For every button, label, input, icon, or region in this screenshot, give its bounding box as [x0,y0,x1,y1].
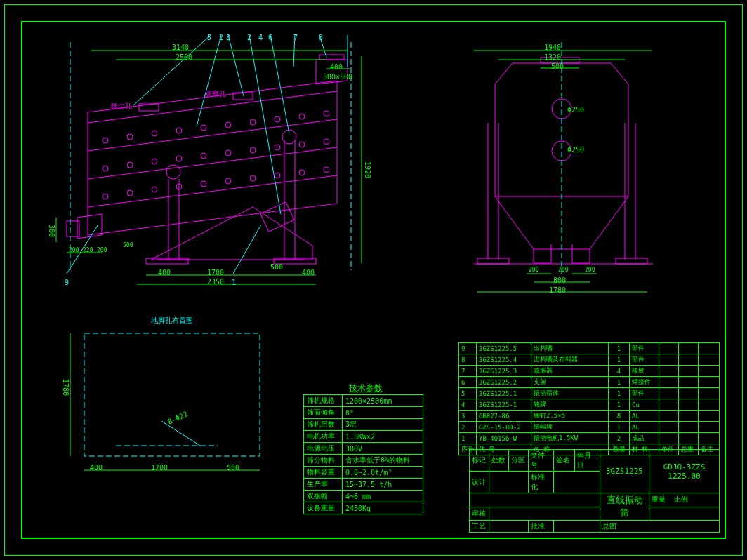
svg-point-16 [250,147,256,153]
svg-point-20 [103,194,108,199]
svg-point-21 [127,190,133,196]
svg-line-74 [161,421,200,446]
svg-point-6 [250,119,256,125]
svg-point-2 [152,131,157,136]
annot-viewport: 观察孔 [205,89,226,99]
annot-dustport: 除尘孔 [111,102,132,112]
svg-point-1 [127,134,133,140]
params-table: 筛机规格1200×2500mm筛面倾角8°筛机层数3层电机功率1.5KW×2电源… [303,394,423,514]
dim-p1700: 1700 [151,464,168,472]
dim-220: 220 [83,247,93,253]
svg-point-26 [250,175,256,181]
svg-point-4 [201,125,206,131]
leader-7: 7 [293,34,298,41]
leader-9: 9 [65,279,69,286]
svg-point-9 [324,111,329,116]
svg-point-0 [103,138,108,143]
dim-400b: 400 [302,269,315,276]
svg-point-22 [152,187,157,192]
svg-point-19 [324,139,329,145]
svg-point-25 [225,178,231,184]
dim-p1780: 1780 [62,379,70,396]
dim-1320: 1320 [544,53,561,61]
dim-400a: 400 [158,269,171,276]
dim-1940: 1940 [544,44,561,51]
dim-phi250b: Φ250 [567,146,584,154]
dim-2350: 2350 [207,278,224,286]
dim-1700: 1700 [207,269,224,276]
svg-point-14 [201,153,206,159]
dim-300: 300 [48,225,55,237]
dim-500a: 500 [123,242,133,248]
dim-r200a: 200 [529,267,538,273]
svg-line-40 [197,35,221,126]
plan-title: 地脚孔布置图 [151,316,193,326]
svg-rect-36 [260,202,294,232]
svg-line-41 [228,35,244,96]
dim-300x500: 300×500 [323,73,352,81]
svg-rect-37 [139,104,159,111]
dim-1780: 1780 [549,286,566,294]
dim-1920: 1920 [364,161,371,178]
dim-2500: 2500 [176,53,192,61]
svg-point-18 [299,142,305,147]
svg-point-15 [225,150,231,156]
dim-r200c: 200 [585,267,595,273]
dim-400: 400 [330,63,343,71]
svg-point-8 [299,114,305,119]
svg-point-17 [275,145,280,150]
svg-point-10 [103,166,108,171]
params-title: 技术参数 [349,382,383,394]
title-block: 标记处数 分区文件号 签名年月日 3GZS1225 GDJQ-3ZZS 1225… [469,449,720,533]
svg-point-28 [299,170,305,175]
dim-phi250a: Φ250 [567,106,584,114]
svg-point-11 [127,162,133,168]
svg-point-7 [275,116,280,122]
dim-p400: 400 [90,464,103,472]
svg-point-27 [275,173,280,178]
dim-200a: 200 [69,247,79,253]
svg-point-24 [201,181,206,187]
svg-point-32 [166,165,180,179]
svg-point-5 [225,122,231,128]
dim-r200b: 200 [558,267,568,273]
leader-2b: 2 [247,34,251,41]
dim-500b: 500 [270,263,283,271]
svg-point-12 [152,159,157,164]
parts-list: 93GZS1225.5出料嘴1部件83GZS1225.4进料嘴及布料器1部件73… [458,342,720,455]
svg-rect-30 [319,55,344,60]
leader-1: 1 [232,279,236,286]
leader-5: 5 [207,34,211,41]
leader-8: 8 [319,34,323,41]
svg-point-13 [176,156,182,161]
dim-3140: 3140 [172,44,189,51]
svg-point-29 [324,167,329,173]
leader-3: 3 [226,34,230,41]
dim-500: 500 [551,62,564,70]
svg-rect-64 [616,258,647,264]
dim-800: 800 [553,276,566,284]
svg-line-48 [233,225,261,274]
leader-4: 4 [258,34,263,41]
leader-6: 6 [268,34,272,41]
svg-rect-63 [477,258,509,264]
dim-200b: 200 [97,247,107,253]
dim-p500: 500 [227,464,239,472]
svg-point-3 [176,128,182,133]
leader-2: 2 [219,34,223,41]
